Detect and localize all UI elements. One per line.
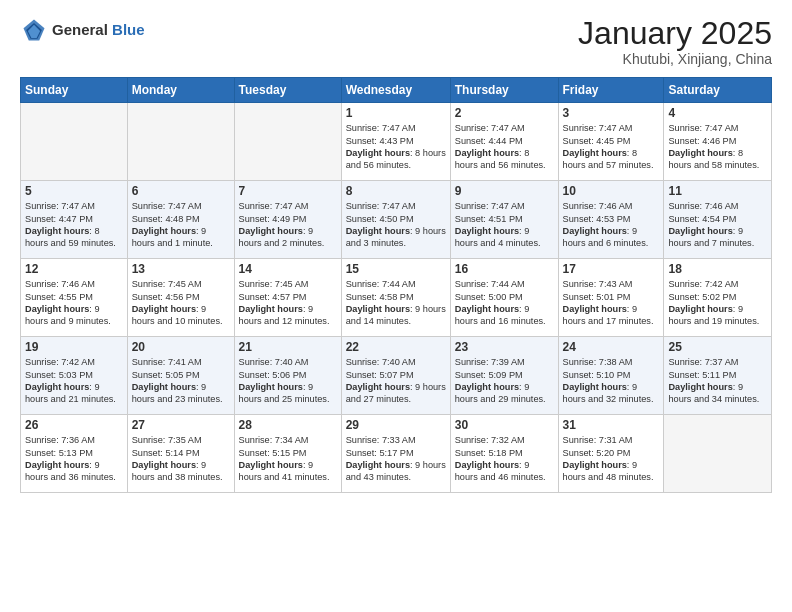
- logo-general: General: [52, 21, 108, 38]
- table-row: 6Sunrise: 7:47 AMSunset: 4:48 PMDaylight…: [127, 181, 234, 259]
- day-info: Sunrise: 7:38 AMSunset: 5:10 PMDaylight …: [563, 356, 660, 406]
- day-number: 1: [346, 106, 446, 120]
- table-row: 26Sunrise: 7:36 AMSunset: 5:13 PMDayligh…: [21, 415, 128, 493]
- day-number: 18: [668, 262, 767, 276]
- calendar-week-2: 5Sunrise: 7:47 AMSunset: 4:47 PMDaylight…: [21, 181, 772, 259]
- day-number: 10: [563, 184, 660, 198]
- day-number: 28: [239, 418, 337, 432]
- day-number: 16: [455, 262, 554, 276]
- day-number: 12: [25, 262, 123, 276]
- day-number: 27: [132, 418, 230, 432]
- calendar-week-5: 26Sunrise: 7:36 AMSunset: 5:13 PMDayligh…: [21, 415, 772, 493]
- day-number: 7: [239, 184, 337, 198]
- day-number: 15: [346, 262, 446, 276]
- day-info: Sunrise: 7:44 AMSunset: 5:00 PMDaylight …: [455, 278, 554, 328]
- table-row: 11Sunrise: 7:46 AMSunset: 4:54 PMDayligh…: [664, 181, 772, 259]
- table-row: [21, 103, 128, 181]
- table-row: 1Sunrise: 7:47 AMSunset: 4:43 PMDaylight…: [341, 103, 450, 181]
- calendar: SundayMondayTuesdayWednesdayThursdayFrid…: [20, 77, 772, 493]
- table-row: 16Sunrise: 7:44 AMSunset: 5:00 PMDayligh…: [450, 259, 558, 337]
- day-number: 25: [668, 340, 767, 354]
- table-row: 24Sunrise: 7:38 AMSunset: 5:10 PMDayligh…: [558, 337, 664, 415]
- table-row: 2Sunrise: 7:47 AMSunset: 4:44 PMDaylight…: [450, 103, 558, 181]
- day-info: Sunrise: 7:47 AMSunset: 4:43 PMDaylight …: [346, 122, 446, 172]
- table-row: 13Sunrise: 7:45 AMSunset: 4:56 PMDayligh…: [127, 259, 234, 337]
- table-row: 21Sunrise: 7:40 AMSunset: 5:06 PMDayligh…: [234, 337, 341, 415]
- calendar-week-3: 12Sunrise: 7:46 AMSunset: 4:55 PMDayligh…: [21, 259, 772, 337]
- table-row: 23Sunrise: 7:39 AMSunset: 5:09 PMDayligh…: [450, 337, 558, 415]
- day-number: 4: [668, 106, 767, 120]
- day-info: Sunrise: 7:33 AMSunset: 5:17 PMDaylight …: [346, 434, 446, 484]
- day-info: Sunrise: 7:40 AMSunset: 5:07 PMDaylight …: [346, 356, 446, 406]
- table-row: 19Sunrise: 7:42 AMSunset: 5:03 PMDayligh…: [21, 337, 128, 415]
- day-number: 9: [455, 184, 554, 198]
- day-info: Sunrise: 7:32 AMSunset: 5:18 PMDaylight …: [455, 434, 554, 484]
- weekday-header-row: SundayMondayTuesdayWednesdayThursdayFrid…: [21, 78, 772, 103]
- day-number: 2: [455, 106, 554, 120]
- day-info: Sunrise: 7:31 AMSunset: 5:20 PMDaylight …: [563, 434, 660, 484]
- table-row: 7Sunrise: 7:47 AMSunset: 4:49 PMDaylight…: [234, 181, 341, 259]
- calendar-week-1: 1Sunrise: 7:47 AMSunset: 4:43 PMDaylight…: [21, 103, 772, 181]
- weekday-friday: Friday: [558, 78, 664, 103]
- day-info: Sunrise: 7:35 AMSunset: 5:14 PMDaylight …: [132, 434, 230, 484]
- day-number: 17: [563, 262, 660, 276]
- table-row: 4Sunrise: 7:47 AMSunset: 4:46 PMDaylight…: [664, 103, 772, 181]
- table-row: 14Sunrise: 7:45 AMSunset: 4:57 PMDayligh…: [234, 259, 341, 337]
- day-info: Sunrise: 7:41 AMSunset: 5:05 PMDaylight …: [132, 356, 230, 406]
- table-row: [127, 103, 234, 181]
- day-info: Sunrise: 7:40 AMSunset: 5:06 PMDaylight …: [239, 356, 337, 406]
- table-row: 22Sunrise: 7:40 AMSunset: 5:07 PMDayligh…: [341, 337, 450, 415]
- weekday-thursday: Thursday: [450, 78, 558, 103]
- day-info: Sunrise: 7:43 AMSunset: 5:01 PMDaylight …: [563, 278, 660, 328]
- day-info: Sunrise: 7:46 AMSunset: 4:55 PMDaylight …: [25, 278, 123, 328]
- table-row: 9Sunrise: 7:47 AMSunset: 4:51 PMDaylight…: [450, 181, 558, 259]
- day-number: 5: [25, 184, 123, 198]
- day-number: 20: [132, 340, 230, 354]
- day-info: Sunrise: 7:47 AMSunset: 4:44 PMDaylight …: [455, 122, 554, 172]
- table-row: [664, 415, 772, 493]
- day-info: Sunrise: 7:42 AMSunset: 5:03 PMDaylight …: [25, 356, 123, 406]
- logo: General Blue: [20, 16, 145, 44]
- day-number: 30: [455, 418, 554, 432]
- day-number: 23: [455, 340, 554, 354]
- weekday-saturday: Saturday: [664, 78, 772, 103]
- day-number: 21: [239, 340, 337, 354]
- day-info: Sunrise: 7:45 AMSunset: 4:57 PMDaylight …: [239, 278, 337, 328]
- day-number: 26: [25, 418, 123, 432]
- table-row: 28Sunrise: 7:34 AMSunset: 5:15 PMDayligh…: [234, 415, 341, 493]
- day-number: 31: [563, 418, 660, 432]
- day-number: 14: [239, 262, 337, 276]
- location-subtitle: Khutubi, Xinjiang, China: [578, 51, 772, 67]
- table-row: 15Sunrise: 7:44 AMSunset: 4:58 PMDayligh…: [341, 259, 450, 337]
- day-info: Sunrise: 7:36 AMSunset: 5:13 PMDaylight …: [25, 434, 123, 484]
- table-row: 18Sunrise: 7:42 AMSunset: 5:02 PMDayligh…: [664, 259, 772, 337]
- day-info: Sunrise: 7:46 AMSunset: 4:54 PMDaylight …: [668, 200, 767, 250]
- header: General Blue January 2025 Khutubi, Xinji…: [20, 16, 772, 67]
- day-number: 13: [132, 262, 230, 276]
- table-row: [234, 103, 341, 181]
- day-info: Sunrise: 7:46 AMSunset: 4:53 PMDaylight …: [563, 200, 660, 250]
- day-number: 6: [132, 184, 230, 198]
- day-number: 24: [563, 340, 660, 354]
- day-info: Sunrise: 7:47 AMSunset: 4:47 PMDaylight …: [25, 200, 123, 250]
- table-row: 10Sunrise: 7:46 AMSunset: 4:53 PMDayligh…: [558, 181, 664, 259]
- weekday-tuesday: Tuesday: [234, 78, 341, 103]
- day-info: Sunrise: 7:42 AMSunset: 5:02 PMDaylight …: [668, 278, 767, 328]
- day-info: Sunrise: 7:44 AMSunset: 4:58 PMDaylight …: [346, 278, 446, 328]
- day-number: 8: [346, 184, 446, 198]
- day-number: 19: [25, 340, 123, 354]
- day-info: Sunrise: 7:47 AMSunset: 4:51 PMDaylight …: [455, 200, 554, 250]
- page: General Blue January 2025 Khutubi, Xinji…: [0, 0, 792, 612]
- table-row: 31Sunrise: 7:31 AMSunset: 5:20 PMDayligh…: [558, 415, 664, 493]
- table-row: 3Sunrise: 7:47 AMSunset: 4:45 PMDaylight…: [558, 103, 664, 181]
- day-info: Sunrise: 7:47 AMSunset: 4:49 PMDaylight …: [239, 200, 337, 250]
- table-row: 27Sunrise: 7:35 AMSunset: 5:14 PMDayligh…: [127, 415, 234, 493]
- table-row: 25Sunrise: 7:37 AMSunset: 5:11 PMDayligh…: [664, 337, 772, 415]
- day-info: Sunrise: 7:47 AMSunset: 4:50 PMDaylight …: [346, 200, 446, 250]
- calendar-week-4: 19Sunrise: 7:42 AMSunset: 5:03 PMDayligh…: [21, 337, 772, 415]
- day-info: Sunrise: 7:37 AMSunset: 5:11 PMDaylight …: [668, 356, 767, 406]
- month-title: January 2025: [578, 16, 772, 51]
- day-info: Sunrise: 7:39 AMSunset: 5:09 PMDaylight …: [455, 356, 554, 406]
- logo-text: General Blue: [52, 22, 145, 39]
- day-number: 3: [563, 106, 660, 120]
